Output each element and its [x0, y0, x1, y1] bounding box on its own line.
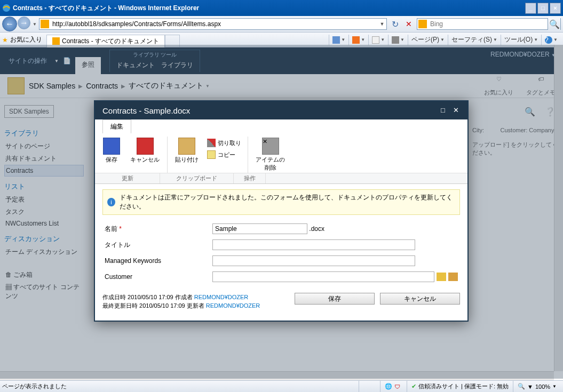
properties-form: 名前 * .docx タイトル Managed Keywords Custome…: [102, 220, 460, 285]
check-icon: ✔: [411, 383, 416, 390]
cancel-button[interactable]: キャンセル: [128, 137, 162, 173]
paste-icon: [178, 138, 195, 155]
title-input[interactable]: [212, 239, 415, 250]
dialog-close-button[interactable]: ✕: [451, 106, 460, 115]
name-extension: .docx: [309, 225, 324, 233]
zoom-control[interactable]: 🔍▼100% ▼: [513, 381, 561, 392]
print-icon: [392, 36, 399, 44]
favorites-label[interactable]: お気に入り: [10, 35, 42, 44]
rss-icon: [352, 36, 360, 44]
window-titlebar: Contracts - すべてのドキュメント - Windows Interne…: [0, 0, 563, 16]
home-button[interactable]: ▼: [329, 35, 348, 45]
dialog-ribbon: 編集 保存 キャンセル 貼り付け 切り取り コピー ✕アイテムの削除 更新 クリ…: [95, 119, 467, 184]
security-zone[interactable]: ✔信頼済みサイト | 保護モード: 無効: [407, 381, 513, 392]
metadata-text: 作成日時 2010/05/10 17:09 作成者 REDMOND¥DOZER …: [102, 293, 284, 310]
forward-button[interactable]: →: [18, 17, 30, 29]
status-seg-icons: 🌐🛡: [380, 381, 407, 392]
cut-button[interactable]: 切り取り: [206, 138, 242, 148]
mail-button[interactable]: ▼: [368, 35, 388, 45]
bing-icon: [418, 20, 427, 28]
edit-tab[interactable]: 編集: [102, 119, 131, 133]
print-button[interactable]: ▼: [388, 35, 408, 45]
stop-button[interactable]: ✕: [403, 18, 415, 30]
edit-properties-dialog: Contracts - Sample.docx □ ✕ 編集 保存 キャンセル …: [94, 100, 469, 322]
shield-icon: 🛡: [394, 383, 400, 390]
url-dropdown[interactable]: ▼: [378, 21, 386, 27]
dialog-maximize-button[interactable]: □: [439, 106, 447, 115]
cancel-form-button[interactable]: キャンセル: [380, 293, 460, 305]
page-menu[interactable]: ページ(P)▼: [408, 35, 448, 45]
ribbon-group-operations: 操作: [234, 173, 266, 183]
info-icon: i: [107, 198, 115, 206]
info-message-text: ドキュメントは正常にアップロードされました。このフォームを使用して、ドキュメント…: [120, 193, 455, 211]
created-by-link[interactable]: REDMOND¥DOZER: [194, 294, 248, 300]
home-icon: [332, 36, 340, 44]
customer-input[interactable]: [212, 271, 434, 282]
name-label: 名前: [105, 225, 117, 233]
managed-keywords-label: Managed Keywords: [104, 253, 210, 268]
browser-navbar: ← → ▼ ▼ ↻ ✕ 🔍: [0, 16, 563, 33]
name-input[interactable]: [212, 223, 307, 234]
refresh-button[interactable]: ↻: [389, 18, 401, 30]
rss-button[interactable]: ▼: [348, 35, 368, 45]
managed-keywords-input[interactable]: [212, 255, 415, 266]
window-maximize-button[interactable]: □: [537, 3, 549, 14]
status-bar: ページが表示されました 🌐🛡 ✔信頼済みサイト | 保護モード: 無効 🔍▼10…: [0, 380, 563, 392]
copy-button[interactable]: コピー: [206, 149, 242, 160]
search-bar[interactable]: 🔍: [417, 18, 561, 30]
search-input[interactable]: [428, 20, 548, 28]
back-button[interactable]: ←: [2, 17, 17, 31]
favorites-star-icon[interactable]: ★: [2, 36, 8, 44]
status-seg-blank: [359, 381, 380, 392]
tab-site-icon: [52, 37, 60, 45]
site-icon: [41, 20, 49, 28]
window-minimize-button[interactable]: _: [525, 3, 536, 14]
cut-icon: [207, 139, 216, 147]
world-icon: 🌐: [385, 383, 392, 390]
save-form-button[interactable]: 保存: [295, 293, 375, 305]
customer-label: Customer: [104, 269, 210, 284]
browse-icon[interactable]: [448, 273, 458, 281]
window-close-button[interactable]: ×: [550, 3, 561, 14]
modified-by-link[interactable]: REDMOND¥DOZER: [206, 302, 260, 309]
tab-title: Contracts - すべてのドキュメント: [62, 37, 159, 46]
info-message-bar: i ドキュメントは正常にアップロードされました。このフォームを使用して、ドキュメ…: [102, 189, 460, 215]
paste-button[interactable]: 貼り付け: [173, 137, 201, 173]
delete-icon: ✕: [262, 138, 279, 155]
ie-icon: [2, 4, 11, 12]
ribbon-group-update: 更新: [95, 173, 160, 183]
save-icon: [103, 138, 120, 155]
status-message: ページが表示されました: [2, 382, 67, 390]
address-bar[interactable]: ▼: [39, 18, 387, 30]
delete-item-button[interactable]: ✕アイテムの削除: [253, 137, 287, 173]
check-names-icon[interactable]: [437, 273, 446, 281]
search-button[interactable]: 🔍: [548, 18, 560, 30]
dialog-body: i ドキュメントは正常にアップロードされました。このフォームを使用して、ドキュメ…: [95, 184, 467, 291]
safety-menu[interactable]: セーフティ(S)▼: [448, 35, 501, 45]
url-input[interactable]: [50, 20, 378, 28]
tools-menu[interactable]: ツール(O)▼: [501, 35, 541, 45]
required-indicator: *: [119, 225, 122, 233]
help-button[interactable]: ?▼: [541, 35, 561, 45]
mail-icon: [372, 36, 379, 44]
window-title: Contracts - すべてのドキュメント - Windows Interne…: [13, 4, 525, 13]
save-button[interactable]: 保存: [100, 137, 123, 173]
ribbon-group-clipboard: クリップボード: [160, 173, 234, 183]
dialog-title: Contracts - Sample.docx: [102, 106, 190, 115]
title-label: タイトル: [104, 237, 210, 252]
cancel-icon: [137, 138, 154, 155]
zoom-icon: 🔍: [518, 383, 525, 390]
recent-dropdown[interactable]: ▼: [33, 22, 37, 27]
dialog-footer: 作成日時 2010/05/10 17:09 作成者 REDMOND¥DOZER …: [95, 291, 467, 321]
help-icon: ?: [545, 36, 552, 44]
copy-icon: [207, 150, 216, 159]
